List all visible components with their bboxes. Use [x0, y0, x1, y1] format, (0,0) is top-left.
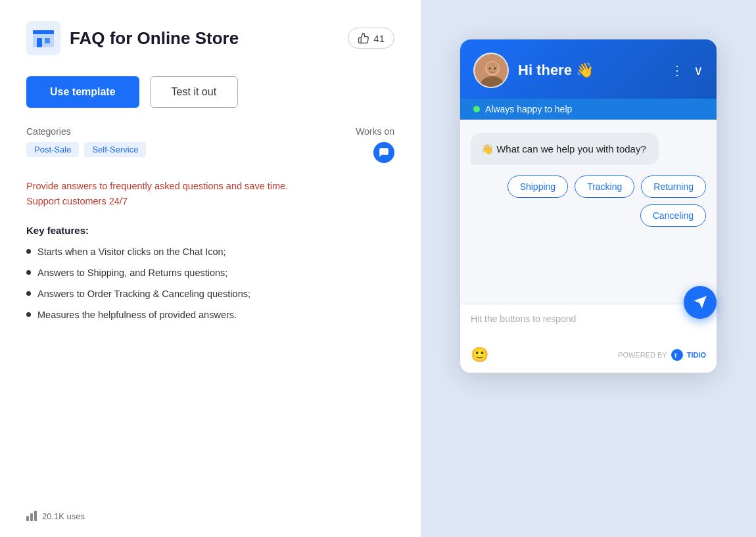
- use-template-button[interactable]: Use template: [26, 76, 139, 108]
- chat-widget-container: Hi there 👋 ⋮ ∨ Always happy to help 👋 Wh…: [460, 39, 717, 373]
- avatar: [473, 53, 509, 88]
- list-item: Answers to Order Tracking & Canceling qu…: [26, 287, 394, 302]
- chat-bubble-icon: [378, 147, 390, 158]
- avatar-image: [475, 54, 509, 88]
- svg-rect-1: [33, 33, 54, 47]
- likes-count: 41: [373, 33, 385, 44]
- description-line1: Provide answers to frequently asked ques…: [26, 179, 394, 194]
- svg-text:T: T: [674, 352, 678, 359]
- chat-greeting: Hi there 👋: [518, 62, 594, 79]
- chat-header-left: Hi there 👋: [473, 53, 594, 88]
- svg-rect-3: [37, 38, 42, 47]
- feature-item-3: Answers to Order Tracking & Canceling qu…: [37, 287, 250, 302]
- description: Provide answers to frequently asked ques…: [26, 179, 394, 209]
- chat-header: Hi there 👋 ⋮ ∨: [460, 39, 717, 99]
- list-item: Measures the helpfulness of provided ans…: [26, 308, 394, 323]
- chat-widget: Hi there 👋 ⋮ ∨ Always happy to help 👋 Wh…: [460, 39, 717, 373]
- action-buttons: Use template Test it out: [26, 76, 394, 108]
- tag-self-service[interactable]: Self-Service: [84, 142, 146, 157]
- send-button[interactable]: [684, 286, 717, 319]
- svg-point-10: [489, 68, 491, 70]
- svg-point-9: [486, 62, 498, 72]
- feature-item-2: Answers to Shipping, and Returns questio…: [37, 266, 227, 281]
- bullet-icon: [26, 312, 31, 317]
- more-options-icon[interactable]: ⋮: [671, 62, 684, 78]
- store-icon: [26, 21, 60, 55]
- svg-rect-2: [33, 30, 54, 34]
- page-footer: 20.1K uses: [26, 511, 85, 521]
- feature-item-4: Measures the helpfulness of provided ans…: [37, 308, 237, 323]
- tidio-logo-icon: T: [671, 349, 683, 361]
- svg-rect-4: [45, 38, 50, 43]
- feature-list: Starts when a Visitor clicks on the Chat…: [26, 245, 394, 322]
- chevron-down-icon[interactable]: ∨: [694, 62, 703, 78]
- works-on-section: Works on: [356, 126, 394, 163]
- chat-input-area: Hit the buttons to respond: [460, 304, 717, 340]
- quick-replies: Shipping Tracking Returning Canceling: [471, 175, 706, 227]
- powered-by-label: POWERED BY: [618, 351, 667, 359]
- chat-channel-icon: [373, 142, 394, 163]
- key-features-title: Key features:: [26, 225, 394, 236]
- emoji-icon[interactable]: 🙂: [471, 346, 488, 363]
- categories-section: Categories Post-Sale Self-Service Works …: [26, 126, 394, 163]
- left-panel: FAQ for Online Store 41 Use template Tes…: [0, 0, 421, 537]
- categories-left: Categories Post-Sale Self-Service: [26, 126, 146, 157]
- online-status-dot: [473, 106, 480, 112]
- tags-container: Post-Sale Self-Service: [26, 142, 146, 157]
- svg-marker-15: [694, 296, 706, 308]
- quick-reply-shipping[interactable]: Shipping: [508, 175, 569, 198]
- bullet-icon: [26, 270, 31, 275]
- uses-count: 20.1K uses: [42, 511, 85, 521]
- list-item: Starts when a Visitor clicks on the Chat…: [26, 245, 394, 260]
- test-it-out-button[interactable]: Test it out: [150, 76, 238, 108]
- works-on-label: Works on: [356, 126, 394, 137]
- key-features-section: Key features: Starts when a Visitor clic…: [26, 225, 394, 322]
- chat-body: 👋 What can we help you with today? Shipp…: [460, 120, 717, 304]
- bullet-icon: [26, 249, 31, 254]
- send-arrow-icon: [693, 295, 707, 310]
- chat-status-bar: Always happy to help: [460, 99, 717, 120]
- svg-point-11: [494, 68, 496, 70]
- status-text: Always happy to help: [485, 104, 572, 114]
- uses-chart-icon: [26, 511, 37, 521]
- page-header: FAQ for Online Store 41: [26, 21, 394, 55]
- powered-by: POWERED BY T TIDIO: [618, 349, 706, 361]
- quick-reply-canceling[interactable]: Canceling: [640, 204, 706, 227]
- feature-item-1: Starts when a Visitor clicks on the Chat…: [37, 245, 226, 260]
- chat-bubble: 👋 What can we help you with today?: [471, 133, 659, 165]
- quick-reply-returning[interactable]: Returning: [641, 175, 706, 198]
- tag-post-sale[interactable]: Post-Sale: [26, 142, 79, 157]
- bullet-icon: [26, 291, 31, 296]
- chat-input-placeholder: Hit the buttons to respond: [471, 314, 706, 324]
- quick-reply-tracking[interactable]: Tracking: [575, 175, 634, 198]
- like-badge: 41: [348, 28, 394, 49]
- categories-label: Categories: [26, 126, 146, 137]
- page-title: FAQ for Online Store: [70, 28, 239, 49]
- header-left: FAQ for Online Store: [26, 21, 239, 55]
- list-item: Answers to Shipping, and Returns questio…: [26, 266, 394, 281]
- tidio-brand-name: TIDIO: [687, 351, 706, 359]
- description-line2: Support customers 24/7: [26, 194, 394, 209]
- chat-header-icons: ⋮ ∨: [671, 62, 703, 78]
- right-panel: Hi there 👋 ⋮ ∨ Always happy to help 👋 Wh…: [421, 0, 756, 537]
- chat-footer: 🙂 POWERED BY T TIDIO: [460, 340, 717, 373]
- thumbs-up-icon: [358, 32, 369, 44]
